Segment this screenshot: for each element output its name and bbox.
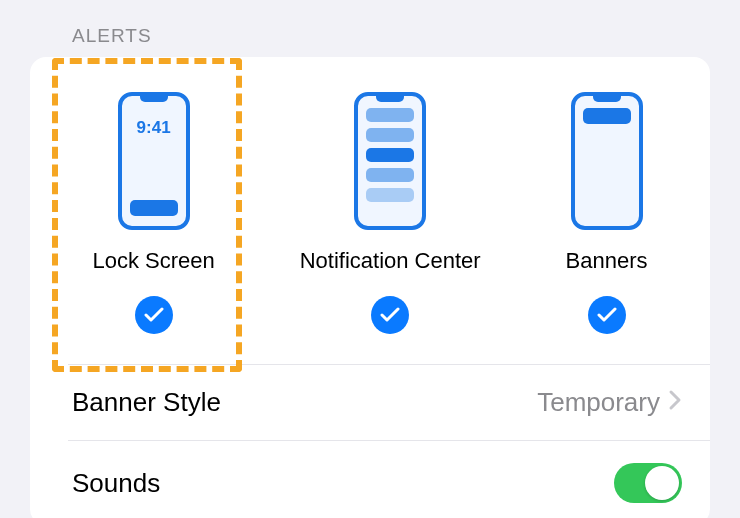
chevron-right-icon <box>668 389 682 417</box>
banners-checkbox[interactable] <box>588 296 626 334</box>
notification-center-icon <box>354 92 426 230</box>
section-header-alerts: ALERTS <box>0 0 740 57</box>
alert-option-notification-center[interactable]: Notification Center <box>300 92 481 334</box>
nc-bar-icon <box>366 108 414 122</box>
phone-notch-icon <box>140 96 168 102</box>
checkmark-icon <box>144 307 164 323</box>
alert-option-lock-screen[interactable]: 9:41 Lock Screen <box>92 92 214 334</box>
phone-notch-icon <box>593 96 621 102</box>
banner-style-value-wrap: Temporary <box>537 387 682 418</box>
toggle-knob-icon <box>645 466 679 500</box>
lock-screen-bar-icon <box>130 200 178 216</box>
nc-bar-icon <box>366 128 414 142</box>
alerts-card: 9:41 Lock Screen Notif <box>30 57 710 518</box>
nc-bars-icon <box>366 108 414 202</box>
nc-bar-icon <box>366 188 414 202</box>
alert-types-container: 9:41 Lock Screen Notif <box>30 57 710 364</box>
banners-icon <box>571 92 643 230</box>
lock-screen-time: 9:41 <box>137 118 171 138</box>
lock-screen-icon: 9:41 <box>118 92 190 230</box>
lock-screen-checkbox[interactable] <box>135 296 173 334</box>
sounds-toggle[interactable] <box>614 463 682 503</box>
banner-bar-icon <box>583 108 631 124</box>
alert-option-banners[interactable]: Banners <box>566 92 648 334</box>
notification-center-checkbox[interactable] <box>371 296 409 334</box>
lock-screen-label: Lock Screen <box>92 248 214 274</box>
row-sounds: Sounds <box>68 440 710 518</box>
banners-label: Banners <box>566 248 648 274</box>
row-banner-style[interactable]: Banner Style Temporary <box>68 364 710 440</box>
phone-notch-icon <box>376 96 404 102</box>
banner-style-value: Temporary <box>537 387 660 418</box>
banner-style-label: Banner Style <box>72 387 221 418</box>
nc-bar-icon <box>366 168 414 182</box>
nc-bar-icon <box>366 148 414 162</box>
checkmark-icon <box>597 307 617 323</box>
sounds-label: Sounds <box>72 468 160 499</box>
checkmark-icon <box>380 307 400 323</box>
notification-center-label: Notification Center <box>300 248 481 274</box>
